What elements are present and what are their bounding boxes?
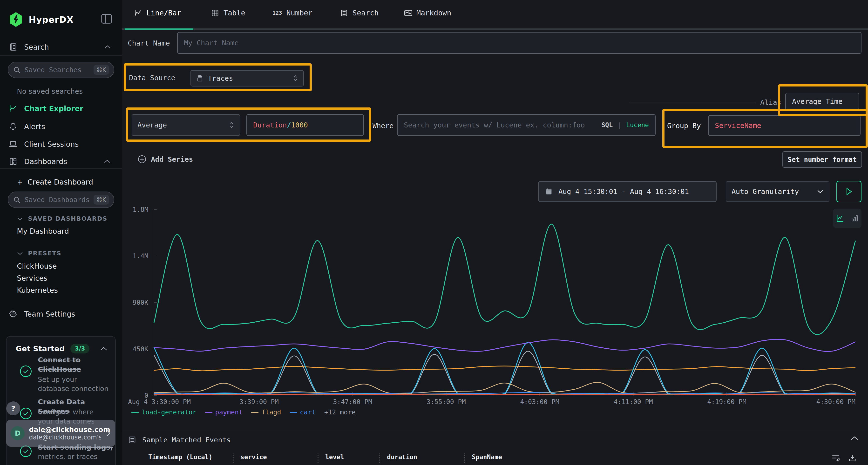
y-axis-labels: 1.8M 1.4M 900K 450K 0 xyxy=(122,210,151,396)
group-presets[interactable]: PRESETS xyxy=(17,250,61,257)
alias-connector-line xyxy=(629,102,756,102)
tab-markdown[interactable]: Markdown xyxy=(404,9,452,17)
sidebar-item-team-settings[interactable]: Team Settings xyxy=(0,308,122,320)
group-label: PRESETS xyxy=(28,250,61,257)
alias-value: Average Time xyxy=(792,97,843,105)
column-header[interactable]: service xyxy=(240,454,267,461)
chevron-down-icon xyxy=(817,189,824,194)
chart-name-input[interactable] xyxy=(177,32,862,54)
markdown-icon xyxy=(404,9,412,17)
column-separator[interactable] xyxy=(464,454,465,463)
legend-item[interactable]: payment xyxy=(205,408,243,416)
calendar-icon xyxy=(545,188,553,195)
lucene-toggle[interactable]: Lucene xyxy=(626,122,649,129)
help-button[interactable]: ? xyxy=(6,401,20,416)
column-separator[interactable] xyxy=(233,454,234,463)
where-input[interactable]: SQL | Lucene xyxy=(397,114,656,136)
column-header[interactable]: SpanName xyxy=(472,454,502,461)
brand-name: HyperDX xyxy=(29,15,73,25)
tab-track xyxy=(122,28,868,30)
sql-toggle[interactable]: SQL xyxy=(601,122,613,129)
metric-number-token: 1000 xyxy=(291,121,308,129)
legend-item[interactable]: flagd xyxy=(251,408,281,416)
sample-events-header: Sample Matched Events xyxy=(128,436,231,444)
table-icon xyxy=(211,9,219,17)
create-dashboard-button[interactable]: + Create Dashboard xyxy=(0,176,122,188)
alias-input[interactable]: Average Time xyxy=(785,93,859,110)
metric-operator-token: / xyxy=(287,121,291,129)
chart-canvas xyxy=(154,210,856,396)
column-header[interactable]: level xyxy=(325,454,344,461)
saved-dashboards-field[interactable] xyxy=(25,196,94,204)
shortcut-badge: ⌘K xyxy=(94,195,109,204)
tab-search[interactable]: Search xyxy=(340,9,378,17)
preset-link-services[interactable]: Services xyxy=(17,274,48,283)
preset-link-kubernetes[interactable]: Kubernetes xyxy=(17,286,58,294)
add-series-label: Add Series xyxy=(151,155,193,163)
chevron-up-icon[interactable] xyxy=(104,159,111,164)
chart-plot-area[interactable] xyxy=(154,210,856,396)
column-header[interactable]: duration xyxy=(387,454,417,461)
tab-table[interactable]: Table xyxy=(211,9,245,17)
column-separator[interactable] xyxy=(379,454,380,463)
saved-dashboards-input[interactable]: ⌘K xyxy=(8,192,114,208)
metric-expression-input[interactable]: Duration/1000 xyxy=(246,114,364,136)
sidebar-item-label: Client Sessions xyxy=(24,140,79,148)
y-tick-label: 900K xyxy=(122,299,148,306)
sidebar-collapse-icon[interactable] xyxy=(101,14,112,24)
chart-name-field[interactable] xyxy=(184,39,855,47)
group-by-input[interactable]: ServiceName xyxy=(708,115,861,136)
column-separator[interactable] xyxy=(317,454,318,463)
where-field[interactable] xyxy=(404,121,596,129)
legend-more-link[interactable]: +12 more xyxy=(324,408,355,416)
collapse-section-icon[interactable] xyxy=(850,436,859,441)
chart-legend: load-generator payment flagd cart +12 mo… xyxy=(131,408,355,416)
bell-icon xyxy=(9,122,18,131)
x-tick-label: 4:03:00 PM xyxy=(520,398,559,405)
group-saved-dashboards[interactable]: SAVED DASHBOARDS xyxy=(17,215,107,222)
time-range-picker[interactable]: Aug 4 15:30:01 - Aug 4 16:30:01 xyxy=(538,181,717,202)
x-tick-label: 3:55:00 PM xyxy=(427,398,466,405)
avatar: D xyxy=(10,426,25,440)
legend-item[interactable]: cart xyxy=(290,408,316,416)
sidebar-item-alerts[interactable]: Alerts xyxy=(0,121,122,133)
data-source-value: Traces xyxy=(208,74,233,82)
get-started-step-title[interactable]: Connect to ClickHouse xyxy=(38,355,110,374)
download-icon[interactable] xyxy=(848,454,857,462)
wrap-text-icon[interactable] xyxy=(831,454,840,462)
saved-searches-input[interactable]: ⌘K xyxy=(8,62,114,78)
chevron-up-icon[interactable] xyxy=(100,346,107,351)
events-table-header: Timestamp (Local) service level duration… xyxy=(122,454,868,465)
data-source-label: Data Source xyxy=(129,74,175,82)
sidebar-item-dashboards[interactable]: Dashboards xyxy=(0,156,122,167)
add-series-button[interactable]: Add Series xyxy=(137,155,193,164)
set-number-format-button[interactable]: Set number format xyxy=(782,151,862,168)
sidebar-item-label: Chart Explorer xyxy=(24,104,83,113)
brand[interactable]: HyperDX xyxy=(8,11,73,28)
dashboard-link-my-dashboard[interactable]: My Dashboard xyxy=(17,227,69,235)
plus-icon: + xyxy=(17,178,23,186)
tab-line-bar[interactable]: Line/Bar xyxy=(134,9,181,17)
sidebar-group-search[interactable]: Search xyxy=(0,41,122,53)
granularity-select[interactable]: Auto Granularity xyxy=(726,181,830,202)
saved-searches-field[interactable] xyxy=(25,66,94,74)
shortcut-badge: ⌘K xyxy=(94,65,109,75)
sidebar-item-client-sessions[interactable]: Client Sessions xyxy=(0,138,122,150)
aggregation-select[interactable]: Average xyxy=(132,114,240,136)
dashboard-grid-icon xyxy=(9,157,18,166)
group-label: SAVED DASHBOARDS xyxy=(28,215,107,222)
journal-icon xyxy=(9,43,18,51)
time-range-value: Aug 4 15:30:01 - Aug 4 16:30:01 xyxy=(558,188,689,196)
legend-item[interactable]: load-generator xyxy=(131,408,196,416)
user-menu[interactable]: D dale@clickhouse.com dale@clickhouse.co… xyxy=(6,420,115,447)
sidebar-item-chart-explorer[interactable]: Chart Explorer xyxy=(0,102,122,114)
hyperdx-logo-icon xyxy=(8,11,23,28)
chevron-up-icon[interactable] xyxy=(104,44,111,49)
data-source-select[interactable]: Traces xyxy=(190,70,304,87)
run-query-button[interactable] xyxy=(836,181,862,202)
tab-number[interactable]: 123 Number xyxy=(273,9,312,17)
metric-field-token: Duration xyxy=(253,121,287,129)
get-started-step-desc: metrics, or traces xyxy=(38,452,110,461)
preset-link-clickhouse[interactable]: ClickHouse xyxy=(17,262,57,270)
column-header[interactable]: Timestamp (Local) xyxy=(148,454,212,461)
